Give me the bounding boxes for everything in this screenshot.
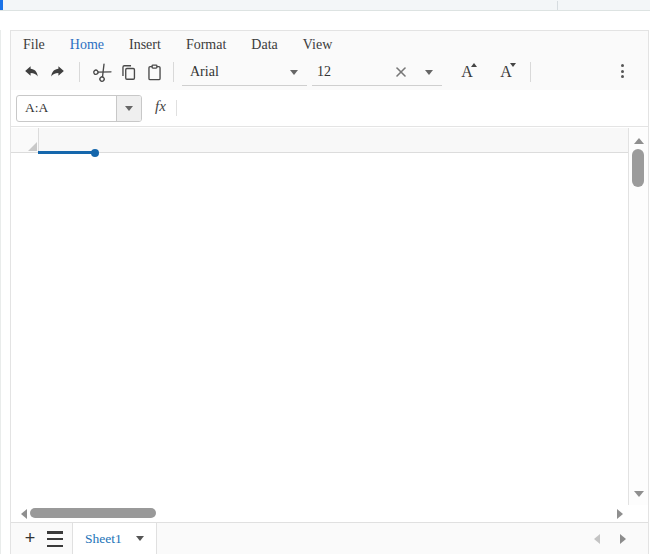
- vertical-scrollbar[interactable]: [628, 128, 648, 505]
- scroll-up-icon[interactable]: [634, 138, 644, 144]
- add-sheet-button[interactable]: +: [20, 526, 40, 550]
- grid-area[interactable]: [11, 127, 648, 554]
- paste-icon: [145, 63, 164, 82]
- menu-item-format[interactable]: Format: [184, 36, 228, 54]
- name-box-dropdown-button[interactable]: [116, 96, 141, 121]
- caret-up-icon: [471, 63, 477, 67]
- more-options-button[interactable]: [614, 58, 630, 84]
- spreadsheet-app: File Home Insert Format Data View: [10, 30, 649, 554]
- window-left-edge: [0, 30, 1, 554]
- more-options-icon: [621, 64, 624, 67]
- scroll-right-icon[interactable]: [617, 509, 623, 519]
- selected-column-underline: [38, 151, 94, 154]
- tab-nav-left-icon[interactable]: [594, 534, 600, 544]
- selection-handle-dot[interactable]: [91, 149, 99, 157]
- copy-icon: [119, 63, 138, 82]
- horizontal-scrollbar[interactable]: [11, 505, 627, 522]
- horizontal-scroll-thumb[interactable]: [30, 508, 156, 518]
- menu-item-home[interactable]: Home: [68, 36, 106, 54]
- paste-button[interactable]: [141, 59, 167, 85]
- redo-icon: [48, 62, 68, 82]
- font-family-select[interactable]: Arial: [182, 59, 307, 86]
- toolbar: Arial 12 A A: [11, 53, 648, 91]
- sheet-tab-sheet1[interactable]: Sheet1: [72, 523, 157, 554]
- cut-icon: [89, 59, 116, 86]
- scroll-left-icon[interactable]: [21, 509, 27, 519]
- menu-item-data[interactable]: Data: [249, 36, 279, 54]
- menu-item-insert[interactable]: Insert: [127, 36, 163, 54]
- chevron-down-icon: [125, 106, 133, 111]
- decrease-font-size-button[interactable]: A: [493, 59, 519, 85]
- font-size-select[interactable]: 12: [312, 59, 442, 86]
- clear-font-size-button[interactable]: [394, 65, 408, 79]
- corner-triangle-icon: [28, 142, 37, 151]
- redo-button[interactable]: [45, 59, 71, 85]
- cut-button[interactable]: [89, 59, 115, 85]
- copy-button[interactable]: [115, 59, 141, 85]
- formula-separator: [176, 100, 177, 116]
- font-size-value: 12: [317, 64, 331, 80]
- hamburger-icon: [47, 531, 63, 534]
- increase-font-size-button[interactable]: A: [454, 59, 480, 85]
- toolbar-separator: [530, 62, 531, 82]
- sheet-tab-label: Sheet1: [85, 531, 122, 547]
- active-tab-marker: [0, 0, 3, 10]
- undo-icon: [21, 62, 41, 82]
- toolbar-separator: [79, 62, 80, 82]
- clear-icon: [394, 65, 408, 79]
- menu-bar: File Home Insert Format Data View: [21, 36, 334, 54]
- chevron-down-icon: [425, 70, 433, 75]
- font-family-value: Arial: [190, 64, 219, 80]
- fx-icon: fx: [155, 98, 166, 115]
- menu-item-file[interactable]: File: [21, 36, 47, 54]
- select-all-corner[interactable]: [11, 128, 39, 152]
- menu-item-view[interactable]: View: [301, 36, 334, 54]
- browser-tab-strip: [0, 0, 650, 11]
- vertical-scroll-thumb[interactable]: [632, 149, 644, 187]
- tab-nav-right-icon[interactable]: [620, 534, 626, 544]
- tab-divider: [557, 1, 558, 10]
- chevron-down-icon: [290, 70, 298, 75]
- name-box-value: A:A: [17, 96, 116, 121]
- name-box[interactable]: A:A: [16, 95, 142, 122]
- sheet-tab-menu-icon[interactable]: [136, 536, 144, 541]
- caret-down-icon: [510, 63, 516, 67]
- undo-button[interactable]: [18, 59, 44, 85]
- app-chrome: File Home Insert Format Data View: [11, 31, 648, 91]
- column-header-row[interactable]: [11, 128, 628, 153]
- formula-input[interactable]: [181, 94, 642, 122]
- formula-bar: A:A fx: [11, 90, 648, 127]
- toolbar-separator: [173, 62, 174, 82]
- sheet-bar: + Sheet1: [11, 522, 648, 554]
- scroll-down-icon[interactable]: [634, 491, 644, 497]
- all-sheets-menu-button[interactable]: [47, 531, 67, 547]
